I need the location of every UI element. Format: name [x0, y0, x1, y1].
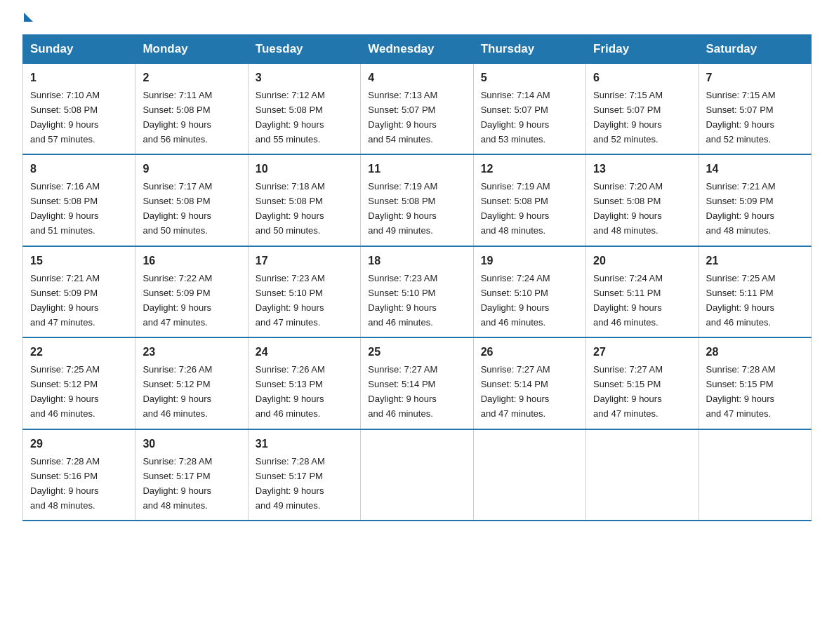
- calendar-cell: 27 Sunrise: 7:27 AMSunset: 5:15 PMDaylig…: [586, 337, 699, 429]
- day-number: 6: [593, 69, 691, 87]
- calendar-cell: 4 Sunrise: 7:13 AMSunset: 5:07 PMDayligh…: [361, 64, 473, 155]
- calendar-week-row: 15 Sunrise: 7:21 AMSunset: 5:09 PMDaylig…: [23, 246, 812, 337]
- calendar-cell: 1 Sunrise: 7:10 AMSunset: 5:08 PMDayligh…: [23, 64, 135, 155]
- calendar-cell: 28 Sunrise: 7:28 AMSunset: 5:15 PMDaylig…: [699, 337, 811, 429]
- calendar-cell: 23 Sunrise: 7:26 AMSunset: 5:12 PMDaylig…: [135, 337, 248, 429]
- day-number: 18: [368, 253, 465, 270]
- day-info: Sunrise: 7:21 AMSunset: 5:09 PMDaylight:…: [30, 273, 100, 328]
- day-number: 29: [30, 436, 128, 453]
- calendar-cell: [361, 429, 473, 521]
- day-info: Sunrise: 7:15 AMSunset: 5:07 PMDaylight:…: [593, 90, 663, 145]
- day-number: 5: [481, 69, 578, 87]
- day-number: 17: [256, 253, 353, 270]
- calendar-week-row: 22 Sunrise: 7:25 AMSunset: 5:12 PMDaylig…: [23, 337, 812, 429]
- calendar-cell: [473, 429, 585, 521]
- day-number: 25: [368, 344, 465, 361]
- day-number: 7: [706, 69, 804, 87]
- day-number: 19: [481, 253, 578, 270]
- calendar-header-wednesday: Wednesday: [361, 35, 473, 64]
- calendar-cell: 25 Sunrise: 7:27 AMSunset: 5:14 PMDaylig…: [361, 337, 473, 429]
- calendar-cell: 11 Sunrise: 7:19 AMSunset: 5:08 PMDaylig…: [361, 154, 473, 246]
- day-info: Sunrise: 7:28 AMSunset: 5:17 PMDaylight:…: [143, 456, 212, 511]
- calendar-cell: 7 Sunrise: 7:15 AMSunset: 5:07 PMDayligh…: [699, 64, 811, 155]
- day-info: Sunrise: 7:19 AMSunset: 5:08 PMDaylight:…: [368, 181, 437, 236]
- calendar-header-thursday: Thursday: [473, 35, 585, 64]
- calendar-week-row: 1 Sunrise: 7:10 AMSunset: 5:08 PMDayligh…: [23, 64, 812, 155]
- calendar-week-row: 8 Sunrise: 7:16 AMSunset: 5:08 PMDayligh…: [23, 154, 812, 246]
- day-number: 28: [706, 344, 804, 361]
- calendar-header-row: SundayMondayTuesdayWednesdayThursdayFrid…: [23, 35, 812, 64]
- day-info: Sunrise: 7:28 AMSunset: 5:15 PMDaylight:…: [706, 364, 776, 419]
- calendar-header-sunday: Sunday: [23, 35, 135, 64]
- day-info: Sunrise: 7:21 AMSunset: 5:09 PMDaylight:…: [706, 181, 776, 236]
- calendar-cell: 21 Sunrise: 7:25 AMSunset: 5:11 PMDaylig…: [699, 246, 811, 337]
- day-info: Sunrise: 7:18 AMSunset: 5:08 PMDaylight:…: [256, 181, 325, 236]
- calendar-cell: 3 Sunrise: 7:12 AMSunset: 5:08 PMDayligh…: [248, 64, 360, 155]
- calendar-cell: 10 Sunrise: 7:18 AMSunset: 5:08 PMDaylig…: [248, 154, 360, 246]
- day-info: Sunrise: 7:12 AMSunset: 5:08 PMDaylight:…: [256, 90, 325, 145]
- calendar-cell: 16 Sunrise: 7:22 AMSunset: 5:09 PMDaylig…: [135, 246, 248, 337]
- day-number: 24: [256, 344, 353, 361]
- calendar-cell: 9 Sunrise: 7:17 AMSunset: 5:08 PMDayligh…: [135, 154, 248, 246]
- day-number: 22: [30, 344, 128, 361]
- day-number: 8: [30, 161, 128, 178]
- calendar-cell: 6 Sunrise: 7:15 AMSunset: 5:07 PMDayligh…: [586, 64, 699, 155]
- day-info: Sunrise: 7:26 AMSunset: 5:13 PMDaylight:…: [256, 364, 325, 419]
- calendar-cell: 20 Sunrise: 7:24 AMSunset: 5:11 PMDaylig…: [586, 246, 699, 337]
- calendar-cell: 29 Sunrise: 7:28 AMSunset: 5:16 PMDaylig…: [23, 429, 135, 521]
- day-number: 11: [368, 161, 465, 178]
- day-number: 12: [481, 161, 578, 178]
- day-info: Sunrise: 7:10 AMSunset: 5:08 PMDaylight:…: [30, 90, 100, 145]
- day-number: 2: [143, 69, 240, 87]
- calendar-header-tuesday: Tuesday: [248, 35, 360, 64]
- day-number: 15: [30, 253, 128, 270]
- logo-triangle-icon: [24, 13, 33, 22]
- calendar-week-row: 29 Sunrise: 7:28 AMSunset: 5:16 PMDaylig…: [23, 429, 812, 521]
- calendar-cell: 14 Sunrise: 7:21 AMSunset: 5:09 PMDaylig…: [699, 154, 811, 246]
- calendar-header-saturday: Saturday: [699, 35, 811, 64]
- day-info: Sunrise: 7:24 AMSunset: 5:10 PMDaylight:…: [481, 273, 550, 328]
- calendar-header-monday: Monday: [135, 35, 248, 64]
- calendar-cell: 15 Sunrise: 7:21 AMSunset: 5:09 PMDaylig…: [23, 246, 135, 337]
- day-number: 16: [143, 253, 240, 270]
- day-info: Sunrise: 7:25 AMSunset: 5:12 PMDaylight:…: [30, 364, 100, 419]
- day-info: Sunrise: 7:27 AMSunset: 5:14 PMDaylight:…: [481, 364, 550, 419]
- calendar-cell: [699, 429, 811, 521]
- day-info: Sunrise: 7:19 AMSunset: 5:08 PMDaylight:…: [481, 181, 550, 236]
- calendar-table: SundayMondayTuesdayWednesdayThursdayFrid…: [22, 34, 812, 521]
- logo-blue-text: [22, 17, 33, 22]
- day-info: Sunrise: 7:28 AMSunset: 5:16 PMDaylight:…: [30, 456, 100, 511]
- day-number: 26: [481, 344, 578, 361]
- calendar-cell: 19 Sunrise: 7:24 AMSunset: 5:10 PMDaylig…: [473, 246, 585, 337]
- calendar-cell: 2 Sunrise: 7:11 AMSunset: 5:08 PMDayligh…: [135, 64, 248, 155]
- day-info: Sunrise: 7:26 AMSunset: 5:12 PMDaylight:…: [143, 364, 212, 419]
- day-number: 4: [368, 69, 465, 87]
- calendar-cell: 24 Sunrise: 7:26 AMSunset: 5:13 PMDaylig…: [248, 337, 360, 429]
- calendar-cell: [586, 429, 699, 521]
- day-info: Sunrise: 7:28 AMSunset: 5:17 PMDaylight:…: [256, 456, 325, 511]
- day-info: Sunrise: 7:20 AMSunset: 5:08 PMDaylight:…: [593, 181, 663, 236]
- calendar-cell: 22 Sunrise: 7:25 AMSunset: 5:12 PMDaylig…: [23, 337, 135, 429]
- day-info: Sunrise: 7:27 AMSunset: 5:15 PMDaylight:…: [593, 364, 663, 419]
- day-number: 27: [593, 344, 691, 361]
- day-info: Sunrise: 7:24 AMSunset: 5:11 PMDaylight:…: [593, 273, 663, 328]
- day-info: Sunrise: 7:23 AMSunset: 5:10 PMDaylight:…: [368, 273, 437, 328]
- day-info: Sunrise: 7:14 AMSunset: 5:07 PMDaylight:…: [481, 90, 550, 145]
- calendar-header-friday: Friday: [586, 35, 699, 64]
- logo: [22, 17, 33, 22]
- day-number: 9: [143, 161, 240, 178]
- day-info: Sunrise: 7:27 AMSunset: 5:14 PMDaylight:…: [368, 364, 437, 419]
- day-number: 23: [143, 344, 240, 361]
- day-number: 14: [706, 161, 804, 178]
- day-info: Sunrise: 7:15 AMSunset: 5:07 PMDaylight:…: [706, 90, 776, 145]
- calendar-cell: 12 Sunrise: 7:19 AMSunset: 5:08 PMDaylig…: [473, 154, 585, 246]
- day-number: 30: [143, 436, 240, 453]
- day-number: 13: [593, 161, 691, 178]
- day-info: Sunrise: 7:11 AMSunset: 5:08 PMDaylight:…: [143, 90, 212, 145]
- page-header: [22, 17, 812, 22]
- day-info: Sunrise: 7:13 AMSunset: 5:07 PMDaylight:…: [368, 90, 437, 145]
- day-number: 21: [706, 253, 804, 270]
- calendar-cell: 31 Sunrise: 7:28 AMSunset: 5:17 PMDaylig…: [248, 429, 360, 521]
- day-number: 1: [30, 69, 128, 87]
- day-number: 10: [256, 161, 353, 178]
